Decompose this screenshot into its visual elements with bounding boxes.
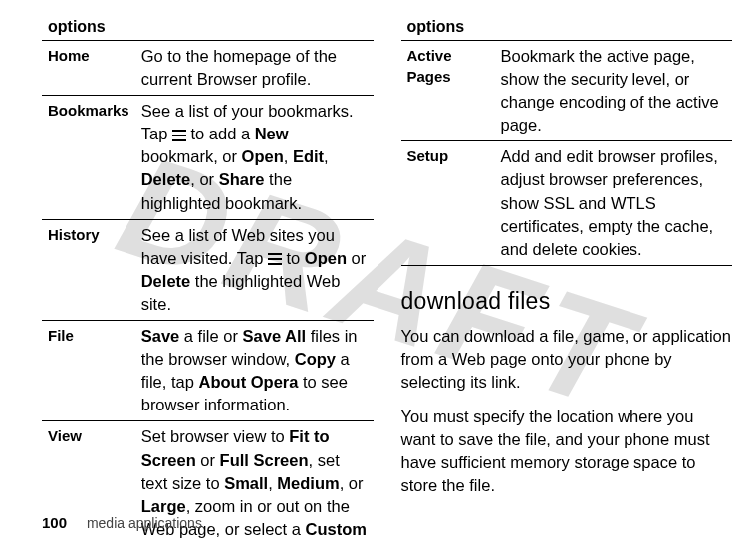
svg-rect-2 bbox=[172, 139, 186, 141]
page-content: options HomeGo to the homepage of the cu… bbox=[0, 0, 756, 545]
svg-rect-1 bbox=[172, 135, 186, 136]
page-footer: 100 media applications bbox=[42, 514, 202, 531]
menu-icon bbox=[172, 130, 186, 141]
table-row: SetupAdd and edit browser profiles, adju… bbox=[401, 141, 733, 265]
right-options-table: options Active PagesBookmark the active … bbox=[401, 14, 733, 266]
right-column: options Active PagesBookmark the active … bbox=[401, 14, 733, 545]
table-row: Active PagesBookmark the active page, sh… bbox=[401, 41, 733, 141]
option-label: Home bbox=[42, 41, 135, 96]
option-description: Add and edit browser profiles, adjust br… bbox=[495, 141, 733, 265]
table-row: BookmarksSee a list of your bookmarks. T… bbox=[42, 96, 374, 219]
svg-rect-0 bbox=[172, 130, 186, 132]
menu-icon bbox=[268, 253, 282, 265]
option-description: See a list of Web sites you have visited… bbox=[135, 219, 374, 320]
right-table-header: options bbox=[401, 14, 733, 41]
chapter-title: media applications bbox=[87, 515, 202, 531]
svg-rect-4 bbox=[268, 258, 282, 260]
table-row: HistorySee a list of Web sites you have … bbox=[42, 219, 374, 320]
left-column: options HomeGo to the homepage of the cu… bbox=[42, 14, 374, 545]
left-table-header: options bbox=[42, 14, 374, 41]
svg-rect-3 bbox=[268, 253, 282, 255]
page-number: 100 bbox=[42, 514, 67, 531]
option-description: Save a file or Save All files in the bro… bbox=[135, 321, 374, 421]
option-label: History bbox=[42, 219, 135, 320]
download-para-1: You can download a file, game, or applic… bbox=[401, 325, 733, 394]
option-description: Bookmark the active page, show the secur… bbox=[495, 41, 733, 141]
option-label: Active Pages bbox=[401, 41, 495, 141]
option-label: Setup bbox=[401, 141, 495, 265]
option-description: Go to the homepage of the current Browse… bbox=[135, 41, 374, 96]
option-description: See a list of your bookmarks. Tap to add… bbox=[135, 96, 374, 219]
left-options-table: options HomeGo to the homepage of the cu… bbox=[42, 14, 374, 545]
download-files-heading: download files bbox=[401, 288, 733, 315]
option-label: Bookmarks bbox=[42, 96, 135, 219]
svg-rect-5 bbox=[268, 263, 282, 265]
table-row: HomeGo to the homepage of the current Br… bbox=[42, 41, 374, 96]
table-row: FileSave a file or Save All files in the… bbox=[42, 321, 374, 421]
option-label: File bbox=[42, 321, 135, 421]
download-para-2: You must specify the location where you … bbox=[401, 406, 733, 497]
